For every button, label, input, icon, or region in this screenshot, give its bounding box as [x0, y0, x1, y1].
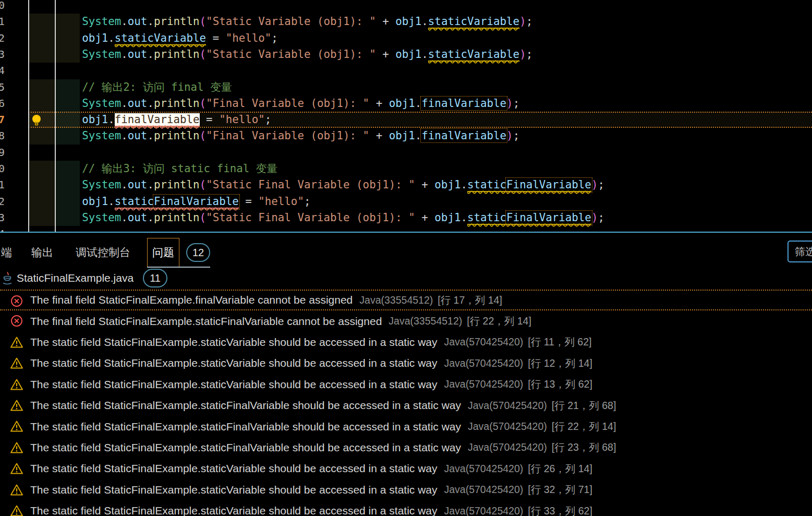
- code-token: [30, 129, 82, 142]
- problem-row[interactable]: The static field StaticFinalExample.stat…: [0, 479, 812, 500]
- problem-message: The final field StaticFinalExample.stati…: [30, 315, 382, 328]
- code-line[interactable]: 9: [0, 145, 812, 161]
- indent-guide: [28, 0, 29, 232]
- code-editor[interactable]: 01 System.out.println("Static Variable (…: [0, 0, 812, 232]
- problem-row[interactable]: The final field StaticFinalExample.final…: [0, 290, 812, 310]
- warning-icon: [10, 419, 23, 433]
- code-token: .: [415, 129, 422, 142]
- code-line[interactable]: 4: [0, 63, 812, 79]
- code-token: System: [82, 178, 121, 191]
- problem-source-code: Java(33554512): [389, 315, 462, 327]
- code-token: System: [82, 129, 121, 142]
- code-line[interactable]: 8 System.out.println("Final Variable (ob…: [0, 128, 812, 144]
- error-icon: [10, 314, 23, 328]
- panel-tab-problems[interactable]: 问题12: [147, 237, 210, 267]
- code-token: .: [108, 113, 115, 126]
- code-token: out: [128, 178, 148, 191]
- code-token: .: [147, 15, 154, 28]
- code-line[interactable]: 1 System.out.println("Static Final Varia…: [0, 177, 812, 193]
- code-token: obj1: [82, 113, 108, 126]
- problem-message: The static field StaticFinalExample.stat…: [30, 378, 438, 391]
- panel-tab-output[interactable]: 输出: [30, 237, 54, 267]
- problem-row[interactable]: The static field StaticFinalExample.stat…: [0, 395, 812, 416]
- code-line[interactable]: 2 obj1.staticVariable = "hello";: [0, 30, 812, 46]
- code-token: +: [376, 48, 396, 61]
- code-token: ): [591, 178, 598, 191]
- code-text: obj1.staticVariable = "hello";: [30, 30, 278, 46]
- code-token: println: [154, 178, 200, 191]
- code-token: ;: [598, 211, 604, 224]
- problem-row[interactable]: The static field StaticFinalExample.stat…: [0, 332, 812, 353]
- code-token: (: [200, 48, 207, 61]
- line-number: 9: [0, 145, 10, 161]
- code-token: .: [460, 178, 467, 191]
- code-token: ): [506, 97, 513, 110]
- problem-line-col: [行 22，列 14]: [552, 419, 616, 434]
- code-token: finalVariable: [115, 113, 200, 127]
- code-token: obj1: [389, 129, 415, 142]
- bottom-panel: 端输出调试控制台问题12 筛选 StaticFinalExample.java …: [0, 232, 812, 516]
- warning-icon: [10, 399, 23, 412]
- code-token: [30, 178, 82, 191]
- code-text: System.out.println("Static Final Variabl…: [30, 210, 604, 226]
- problem-row[interactable]: The static field StaticFinalExample.stat…: [0, 353, 812, 374]
- problem-row[interactable]: The static field StaticFinalExample.stat…: [0, 458, 812, 479]
- code-token: (: [200, 129, 207, 142]
- problem-row[interactable]: The final field StaticFinalExample.stati…: [0, 310, 812, 331]
- code-token: finalVariable: [421, 97, 506, 110]
- problem-row[interactable]: The static field StaticFinalExample.stat…: [0, 374, 812, 395]
- warning-icon: [10, 335, 23, 349]
- problem-row[interactable]: The static field StaticFinalExample.stat…: [0, 416, 812, 437]
- code-line[interactable]: 0 // 输出3: 访问 static final 变量: [0, 161, 812, 177]
- code-text: System.out.println("Static Variable (obj…: [30, 46, 532, 63]
- code-token: [30, 97, 82, 110]
- code-token: .: [147, 178, 154, 191]
- code-token: [30, 211, 82, 224]
- code-token: .: [121, 15, 128, 28]
- tab-label: 调试控制台: [75, 245, 131, 260]
- warning-icon: [10, 356, 23, 370]
- code-token: System: [82, 211, 121, 224]
- code-line[interactable]: 6 System.out.println("Final Variable (ob…: [0, 95, 812, 112]
- code-line[interactable]: 0: [0, 0, 812, 14]
- code-token: "hello": [226, 32, 272, 44]
- code-line[interactable]: 3 System.out.println("Static Final Varia…: [0, 210, 812, 226]
- code-token: .: [147, 129, 154, 142]
- problem-message: The static field StaticFinalExample.stat…: [30, 441, 461, 454]
- problem-message: The final field StaticFinalExample.final…: [30, 294, 353, 306]
- problem-source-code: Java(570425420): [444, 484, 524, 496]
- code-token: (: [200, 97, 207, 110]
- panel-tab-terminal[interactable]: 端: [0, 237, 13, 267]
- code-token: static: [467, 211, 506, 225]
- code-token: "hello": [258, 195, 304, 208]
- code-token: .: [121, 178, 128, 191]
- code-token: .: [147, 211, 154, 224]
- code-line[interactable]: 7 obj1.finalVariable = "hello";: [0, 112, 812, 128]
- code-token: +: [376, 15, 396, 28]
- code-token: obj1: [395, 48, 421, 61]
- problems-file-group[interactable]: StaticFinalExample.java 11: [0, 267, 812, 289]
- problem-line-col: [行 13，列 62]: [528, 377, 592, 391]
- code-token: ;: [513, 129, 520, 142]
- code-line[interactable]: 5 // 输出2: 访问 final 变量: [0, 79, 812, 95]
- code-line[interactable]: 4: [0, 226, 812, 232]
- tab-count-badge: 12: [186, 243, 210, 262]
- code-token: .: [421, 48, 428, 61]
- code-token: out: [128, 211, 148, 224]
- problem-row[interactable]: The static field StaticFinalExample.stat…: [0, 437, 812, 458]
- code-token: static: [467, 178, 506, 192]
- warning-icon: [10, 378, 23, 391]
- code-token: ): [591, 211, 598, 224]
- panel-tab-debug-console[interactable]: 调试控制台: [75, 237, 131, 267]
- code-token: println: [154, 97, 200, 110]
- problems-filter-input[interactable]: 筛选: [787, 241, 812, 262]
- line-number: 1: [0, 14, 10, 30]
- problem-source-code: Java(570425420): [444, 336, 524, 348]
- problem-message: The static field StaticFinalExample.stat…: [30, 336, 438, 349]
- code-line[interactable]: 3 System.out.println("Static Variable (o…: [0, 46, 812, 63]
- code-token: finalVariable: [421, 129, 506, 142]
- code-text: // 输出2: 访问 final 变量: [30, 79, 232, 95]
- problem-row[interactable]: The static field StaticFinalExample.stat…: [0, 500, 812, 516]
- code-line[interactable]: 2 obj1.staticFinalVariable = "hello";: [0, 194, 812, 210]
- code-line[interactable]: 1 System.out.println("Static Variable (o…: [0, 14, 812, 30]
